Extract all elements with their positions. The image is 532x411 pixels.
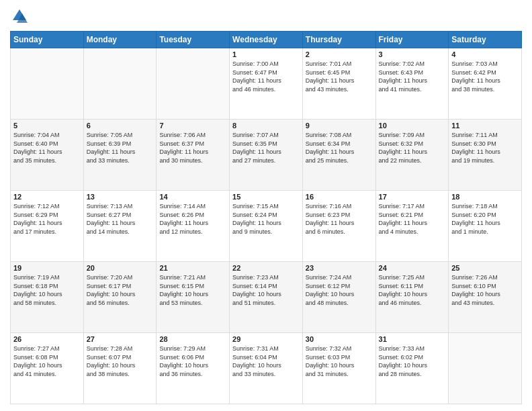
day-info: Sunrise: 7:01 AM Sunset: 6:45 PM Dayligh… <box>306 60 373 93</box>
calendar-cell: 12Sunrise: 7:12 AM Sunset: 6:29 PM Dayli… <box>11 191 84 262</box>
calendar-cell: 11Sunrise: 7:11 AM Sunset: 6:30 PM Dayli… <box>449 120 522 191</box>
day-info: Sunrise: 7:12 AM Sunset: 6:29 PM Dayligh… <box>13 202 81 236</box>
calendar-cell: 5Sunrise: 7:04 AM Sunset: 6:40 PM Daylig… <box>11 120 84 191</box>
logo <box>10 7 30 26</box>
day-number: 8 <box>232 122 300 130</box>
day-info: Sunrise: 7:23 AM Sunset: 6:14 PM Dayligh… <box>232 273 300 307</box>
day-number: 19 <box>13 264 81 272</box>
calendar-cell: 1Sunrise: 7:00 AM Sunset: 6:47 PM Daylig… <box>230 48 303 120</box>
calendar-cell: 7Sunrise: 7:06 AM Sunset: 6:37 PM Daylig… <box>157 120 230 191</box>
calendar-cell <box>157 48 230 120</box>
calendar-cell: 26Sunrise: 7:27 AM Sunset: 6:08 PM Dayli… <box>11 333 84 404</box>
day-number: 17 <box>379 193 446 201</box>
day-number: 16 <box>306 193 373 201</box>
day-info: Sunrise: 7:20 AM Sunset: 6:17 PM Dayligh… <box>87 273 154 307</box>
day-number: 5 <box>13 122 81 130</box>
day-number: 31 <box>379 335 446 343</box>
day-number: 22 <box>232 264 300 272</box>
day-info: Sunrise: 7:27 AM Sunset: 6:08 PM Dayligh… <box>13 345 81 378</box>
day-number: 10 <box>379 122 446 130</box>
day-number: 24 <box>379 264 446 272</box>
day-number: 9 <box>306 122 373 130</box>
weekday-header-monday: Monday <box>83 32 157 48</box>
day-info: Sunrise: 7:32 AM Sunset: 6:03 PM Dayligh… <box>306 345 373 378</box>
calendar-cell: 29Sunrise: 7:31 AM Sunset: 6:04 PM Dayli… <box>230 333 303 404</box>
calendar-cell: 27Sunrise: 7:28 AM Sunset: 6:07 PM Dayli… <box>83 333 157 404</box>
day-number: 29 <box>232 335 300 343</box>
calendar-cell: 30Sunrise: 7:32 AM Sunset: 6:03 PM Dayli… <box>302 333 375 404</box>
day-info: Sunrise: 7:26 AM Sunset: 6:10 PM Dayligh… <box>451 273 519 307</box>
day-info: Sunrise: 7:13 AM Sunset: 6:27 PM Dayligh… <box>87 202 154 236</box>
calendar-cell: 4Sunrise: 7:03 AM Sunset: 6:42 PM Daylig… <box>449 48 522 120</box>
day-info: Sunrise: 7:08 AM Sunset: 6:34 PM Dayligh… <box>306 131 373 165</box>
day-info: Sunrise: 7:29 AM Sunset: 6:06 PM Dayligh… <box>159 345 226 378</box>
week-row-3: 12Sunrise: 7:12 AM Sunset: 6:29 PM Dayli… <box>11 191 522 262</box>
week-row-5: 26Sunrise: 7:27 AM Sunset: 6:08 PM Dayli… <box>11 333 522 404</box>
weekday-header-saturday: Saturday <box>449 32 522 48</box>
day-number: 1 <box>232 50 300 58</box>
day-number: 30 <box>306 335 373 343</box>
calendar-cell: 24Sunrise: 7:25 AM Sunset: 6:11 PM Dayli… <box>375 262 449 333</box>
calendar-cell: 15Sunrise: 7:15 AM Sunset: 6:24 PM Dayli… <box>230 191 303 262</box>
calendar-cell: 6Sunrise: 7:05 AM Sunset: 6:39 PM Daylig… <box>83 120 157 191</box>
calendar-cell: 28Sunrise: 7:29 AM Sunset: 6:06 PM Dayli… <box>157 333 230 404</box>
day-info: Sunrise: 7:02 AM Sunset: 6:43 PM Dayligh… <box>379 60 446 93</box>
day-number: 11 <box>451 122 519 130</box>
day-info: Sunrise: 7:04 AM Sunset: 6:40 PM Dayligh… <box>13 131 81 165</box>
day-number: 12 <box>13 193 81 201</box>
calendar-cell: 31Sunrise: 7:33 AM Sunset: 6:02 PM Dayli… <box>375 333 449 404</box>
calendar-cell: 14Sunrise: 7:14 AM Sunset: 6:26 PM Dayli… <box>157 191 230 262</box>
day-number: 23 <box>306 264 373 272</box>
calendar-cell: 19Sunrise: 7:19 AM Sunset: 6:18 PM Dayli… <box>11 262 84 333</box>
weekday-header-sunday: Sunday <box>11 32 84 48</box>
calendar-cell: 9Sunrise: 7:08 AM Sunset: 6:34 PM Daylig… <box>302 120 375 191</box>
calendar-cell <box>83 48 157 120</box>
day-number: 3 <box>379 50 446 58</box>
calendar-cell: 22Sunrise: 7:23 AM Sunset: 6:14 PM Dayli… <box>230 262 303 333</box>
calendar-cell: 18Sunrise: 7:18 AM Sunset: 6:20 PM Dayli… <box>449 191 522 262</box>
day-number: 7 <box>159 122 226 130</box>
page: SundayMondayTuesdayWednesdayThursdayFrid… <box>0 0 532 411</box>
calendar-cell: 17Sunrise: 7:17 AM Sunset: 6:21 PM Dayli… <box>375 191 449 262</box>
day-number: 20 <box>87 264 154 272</box>
calendar-cell: 2Sunrise: 7:01 AM Sunset: 6:45 PM Daylig… <box>302 48 375 120</box>
day-number: 28 <box>159 335 226 343</box>
logo-icon <box>10 7 29 26</box>
calendar-cell: 20Sunrise: 7:20 AM Sunset: 6:17 PM Dayli… <box>83 262 157 333</box>
day-info: Sunrise: 7:00 AM Sunset: 6:47 PM Dayligh… <box>232 60 300 93</box>
day-info: Sunrise: 7:03 AM Sunset: 6:42 PM Dayligh… <box>451 60 519 93</box>
calendar-cell: 3Sunrise: 7:02 AM Sunset: 6:43 PM Daylig… <box>375 48 449 120</box>
day-number: 2 <box>306 50 373 58</box>
day-info: Sunrise: 7:24 AM Sunset: 6:12 PM Dayligh… <box>306 273 373 307</box>
day-number: 4 <box>451 50 519 58</box>
weekday-header-wednesday: Wednesday <box>230 32 303 48</box>
day-info: Sunrise: 7:19 AM Sunset: 6:18 PM Dayligh… <box>13 273 81 307</box>
calendar-cell: 8Sunrise: 7:07 AM Sunset: 6:35 PM Daylig… <box>230 120 303 191</box>
day-number: 21 <box>159 264 226 272</box>
day-info: Sunrise: 7:21 AM Sunset: 6:15 PM Dayligh… <box>159 273 226 307</box>
day-number: 25 <box>451 264 519 272</box>
day-info: Sunrise: 7:15 AM Sunset: 6:24 PM Dayligh… <box>232 202 300 236</box>
day-info: Sunrise: 7:11 AM Sunset: 6:30 PM Dayligh… <box>451 131 519 165</box>
calendar-cell: 21Sunrise: 7:21 AM Sunset: 6:15 PM Dayli… <box>157 262 230 333</box>
header <box>10 7 522 26</box>
calendar-cell: 25Sunrise: 7:26 AM Sunset: 6:10 PM Dayli… <box>449 262 522 333</box>
day-info: Sunrise: 7:09 AM Sunset: 6:32 PM Dayligh… <box>379 131 446 165</box>
day-number: 6 <box>87 122 154 130</box>
day-number: 27 <box>87 335 154 343</box>
week-row-4: 19Sunrise: 7:19 AM Sunset: 6:18 PM Dayli… <box>11 262 522 333</box>
calendar-cell: 13Sunrise: 7:13 AM Sunset: 6:27 PM Dayli… <box>83 191 157 262</box>
day-info: Sunrise: 7:06 AM Sunset: 6:37 PM Dayligh… <box>159 131 226 165</box>
calendar-cell: 10Sunrise: 7:09 AM Sunset: 6:32 PM Dayli… <box>375 120 449 191</box>
day-number: 18 <box>451 193 519 201</box>
calendar-cell: 23Sunrise: 7:24 AM Sunset: 6:12 PM Dayli… <box>302 262 375 333</box>
day-number: 26 <box>13 335 81 343</box>
calendar-cell <box>11 48 84 120</box>
day-info: Sunrise: 7:14 AM Sunset: 6:26 PM Dayligh… <box>159 202 226 236</box>
day-number: 14 <box>159 193 226 201</box>
day-info: Sunrise: 7:28 AM Sunset: 6:07 PM Dayligh… <box>87 345 154 378</box>
day-info: Sunrise: 7:31 AM Sunset: 6:04 PM Dayligh… <box>232 345 300 378</box>
week-row-1: 1Sunrise: 7:00 AM Sunset: 6:47 PM Daylig… <box>11 48 522 120</box>
weekday-header-tuesday: Tuesday <box>157 32 230 48</box>
weekday-header-friday: Friday <box>375 32 449 48</box>
